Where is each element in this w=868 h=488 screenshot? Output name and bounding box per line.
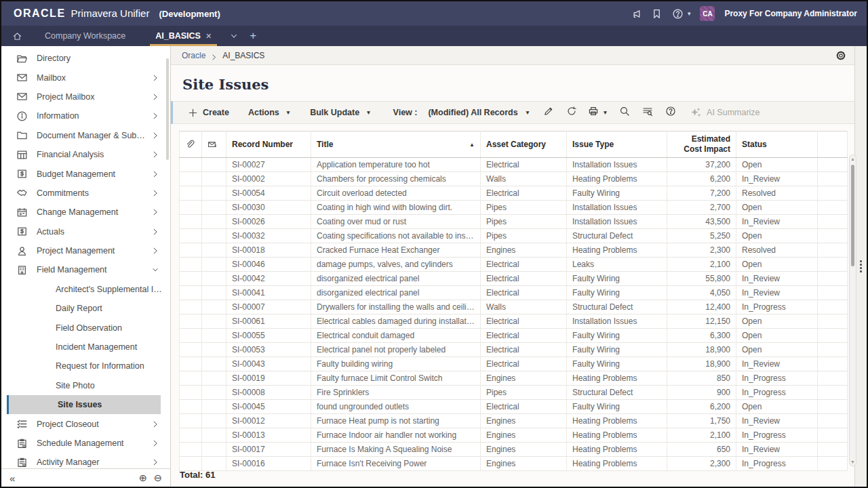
cost-impact-cell[interactable]: 4,050 xyxy=(667,286,736,300)
table-row[interactable]: SI-00041disorganized electrical panelEle… xyxy=(180,286,848,300)
status-cell[interactable]: In_Progress xyxy=(736,428,818,443)
record-number-cell[interactable]: SI-00002 xyxy=(226,172,311,186)
column-header-asset[interactable]: Asset Category xyxy=(481,131,567,158)
title-cell[interactable]: Electrical cables damaged during install… xyxy=(311,314,481,329)
table-row[interactable]: SI-00042disorganized electrical panelEle… xyxy=(180,272,848,286)
cost-impact-cell[interactable]: 2,100 xyxy=(667,428,736,443)
table-row[interactable]: SI-00012Furnace Heat pump is not startin… xyxy=(180,414,848,428)
asset-category-cell[interactable]: Electrical xyxy=(481,329,567,343)
status-cell[interactable]: Resolved xyxy=(736,243,818,258)
ai-summarize-button[interactable]: AI Summarize xyxy=(690,107,760,118)
record-number-cell[interactable]: SI-00017 xyxy=(226,443,311,457)
table-row[interactable]: SI-00043Faulty building wiringElectrical… xyxy=(180,357,848,371)
cost-impact-cell[interactable]: 5,250 xyxy=(667,229,736,243)
asset-category-cell[interactable]: Engines xyxy=(481,414,567,428)
column-header-title[interactable]: Title▲ xyxy=(311,131,481,158)
chevron-right-icon[interactable] xyxy=(151,93,159,101)
collapse-sidebar-icon[interactable]: « xyxy=(9,472,15,484)
cost-impact-cell[interactable]: 1,750 xyxy=(667,414,736,428)
table-row[interactable]: SI-00018Cracked Furnace Heat ExchangerEn… xyxy=(180,243,848,258)
issue-type-cell[interactable]: Heating Problems xyxy=(567,414,667,428)
avatar[interactable]: CA xyxy=(700,6,715,21)
issue-type-cell[interactable]: Faulty Wiring xyxy=(567,400,667,414)
record-number-cell[interactable]: SI-00007 xyxy=(226,300,311,314)
cost-impact-cell[interactable]: 850 xyxy=(667,371,736,386)
issue-type-cell[interactable]: Heating Problems xyxy=(567,371,667,386)
sidebar-item-activity-manager[interactable]: Activity Manager xyxy=(1,453,170,468)
table-row[interactable]: SI-00046damage pumps, valves, and cylind… xyxy=(180,258,848,272)
status-cell[interactable]: In_Review xyxy=(736,272,818,286)
cost-impact-cell[interactable]: 18,900 xyxy=(667,343,736,357)
issue-type-cell[interactable]: Faulty Wiring xyxy=(567,329,667,343)
table-row[interactable]: SI-00054Circuit overload detectedElectri… xyxy=(180,186,848,201)
asset-category-cell[interactable]: Pipes xyxy=(481,386,567,400)
settings-gear-icon[interactable] xyxy=(835,50,846,61)
title-cell[interactable]: damage pumps, valves, and cylinders xyxy=(311,258,481,272)
status-cell[interactable]: In_Review xyxy=(736,443,818,457)
status-cell[interactable]: Open xyxy=(736,314,818,329)
column-header-record[interactable]: Record Number xyxy=(226,131,311,158)
asset-category-cell[interactable]: Pipes xyxy=(481,215,567,229)
status-cell[interactable]: In_Review xyxy=(736,215,818,229)
cost-impact-cell[interactable]: 6,300 xyxy=(667,329,736,343)
cost-impact-cell[interactable]: 43,500 xyxy=(667,215,736,229)
title-cell[interactable]: Faulty furnace Limit Control Switch xyxy=(311,371,481,386)
status-cell[interactable]: Open xyxy=(736,229,818,243)
title-cell[interactable]: disorganized electrical panel xyxy=(311,286,481,300)
home-icon[interactable] xyxy=(8,26,26,46)
asset-category-cell[interactable]: Pipes xyxy=(481,201,567,215)
sidebar-item-site-photo[interactable]: Site Photo xyxy=(1,376,170,395)
title-cell[interactable]: Coating in high wind with blowing dirt. xyxy=(311,201,481,215)
chevron-down-icon[interactable] xyxy=(151,266,159,274)
status-cell[interactable]: In_Review xyxy=(736,414,818,428)
status-cell[interactable]: In_Review xyxy=(736,172,818,186)
table-row[interactable]: SI-00008Fire SprinklersPipesStructural D… xyxy=(180,386,848,400)
issue-type-cell[interactable]: Heating Problems xyxy=(567,172,667,186)
record-number-cell[interactable]: SI-00042 xyxy=(226,272,311,286)
create-button[interactable]: Create xyxy=(180,102,237,123)
record-number-cell[interactable]: SI-00045 xyxy=(226,400,311,414)
breadcrumb-root-link[interactable]: Oracle xyxy=(182,51,205,60)
edit-view-button[interactable] xyxy=(538,102,559,123)
asset-category-cell[interactable]: Electrical xyxy=(481,400,567,414)
title-cell[interactable]: disorganized electrical panel xyxy=(311,272,481,286)
record-number-cell[interactable]: SI-00032 xyxy=(226,229,311,243)
issue-type-cell[interactable]: Faulty Wiring xyxy=(567,186,667,201)
status-cell[interactable]: Open xyxy=(736,343,818,357)
scroll-down-icon[interactable]: ▼ xyxy=(850,460,856,464)
asset-category-cell[interactable]: Electrical xyxy=(481,286,567,300)
status-cell[interactable]: In_Progress xyxy=(736,300,818,314)
asset-category-cell[interactable]: Walls xyxy=(481,300,567,314)
title-cell[interactable]: Application temperature too hot xyxy=(311,158,481,172)
column-header-status[interactable]: Status xyxy=(736,131,818,158)
cost-impact-cell[interactable]: 2,700 xyxy=(667,201,736,215)
cost-impact-cell[interactable]: 6,200 xyxy=(667,400,736,414)
column-header-cost[interactable]: EstimatedCost Impact xyxy=(667,131,736,158)
tab-ai-basics[interactable]: AI_BASICS ✕ xyxy=(147,26,220,46)
sidebar-item-project-closeout[interactable]: Project Closeout xyxy=(1,414,170,433)
status-cell[interactable]: In_Progress xyxy=(736,386,818,400)
asset-category-cell[interactable]: Electrical xyxy=(481,272,567,286)
new-tab-icon[interactable]: + xyxy=(250,29,256,43)
issue-type-cell[interactable]: Faulty Wiring xyxy=(567,357,667,371)
sidebar-item-commitments[interactable]: Commitments xyxy=(1,184,170,203)
asset-category-cell[interactable]: Electrical xyxy=(481,357,567,371)
status-cell[interactable]: In_Review xyxy=(736,286,818,300)
asset-category-cell[interactable]: Engines xyxy=(481,428,567,443)
help-icon[interactable] xyxy=(672,8,684,20)
table-row[interactable]: SI-00061Electrical cables damaged during… xyxy=(180,314,848,329)
sidebar-item-field-management[interactable]: Field Management xyxy=(1,260,170,279)
status-cell[interactable]: In_Progress xyxy=(736,371,818,386)
chevron-right-icon[interactable] xyxy=(151,74,159,82)
cost-impact-cell[interactable]: 900 xyxy=(667,386,736,400)
view-selector[interactable]: (Modified) All Records ▼ xyxy=(428,108,536,117)
refresh-button[interactable] xyxy=(561,102,582,123)
record-number-cell[interactable]: SI-00012 xyxy=(226,414,311,428)
column-header-mailflag[interactable] xyxy=(202,131,226,158)
cost-impact-cell[interactable]: 2,100 xyxy=(667,258,736,272)
cost-impact-cell[interactable]: 6,200 xyxy=(667,172,736,186)
title-cell[interactable]: Furnace Is Making A Squealing Noise xyxy=(311,443,481,457)
record-number-cell[interactable]: SI-00019 xyxy=(226,371,311,386)
sidebar-item-change-management[interactable]: Change Management xyxy=(1,203,170,222)
column-header-issue[interactable]: Issue Type xyxy=(567,131,667,158)
